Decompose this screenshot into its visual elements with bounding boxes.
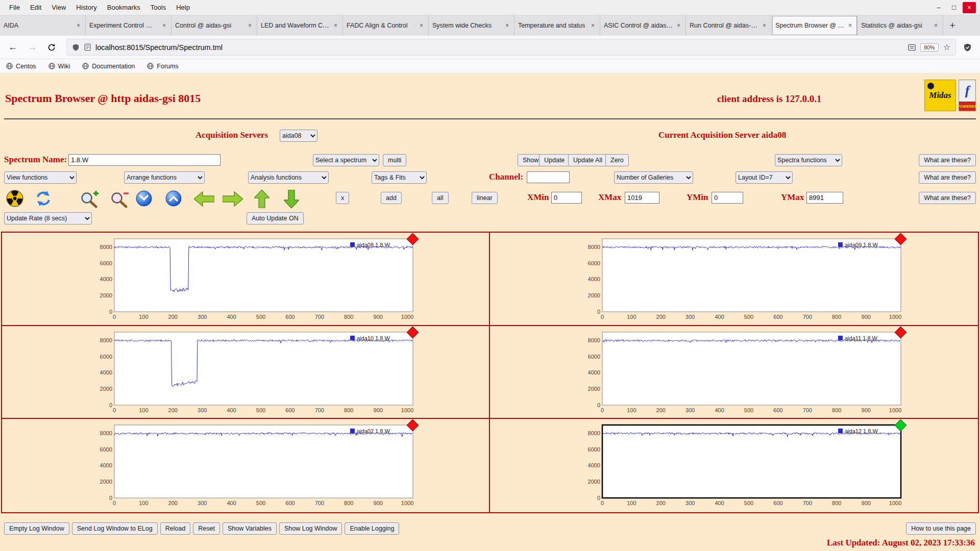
zoom-in-icon[interactable] (79, 190, 100, 208)
multi-button[interactable]: multi (383, 154, 406, 166)
menu-help[interactable]: Help (171, 2, 195, 13)
layout-dropdown[interactable]: Layout ID=7 (736, 171, 793, 184)
menu-history[interactable]: History (71, 2, 102, 13)
spectrum-panel-1[interactable]: 0200040006000800001002003004005006007008… (2, 233, 490, 326)
bookmark-item[interactable]: Forums (147, 63, 178, 70)
shield-icon[interactable] (72, 43, 80, 52)
analysis-functions-dropdown[interactable]: Analysis functions (248, 171, 329, 184)
channel-input[interactable] (527, 171, 570, 183)
ymin-input[interactable] (712, 192, 743, 204)
pan-right-icon[interactable] (223, 191, 243, 207)
tab[interactable]: Statistics @ aidas-gsi× (857, 15, 943, 36)
zero-button[interactable]: Zero (605, 154, 629, 166)
show-variables-button[interactable]: Show Variables (223, 522, 277, 535)
spectrum-panel-5[interactable]: 0200040006000800001002003004005006007008… (2, 419, 490, 512)
galleries-dropdown[interactable]: Number of Galleries (614, 171, 693, 184)
reset-button[interactable]: Reset (193, 522, 220, 535)
url-text[interactable]: localhost:8015/Spectrum/Spectrum.tml (95, 43, 903, 52)
spectrum-panel-2[interactable]: 0200040006000800001002003004005006007008… (490, 233, 978, 326)
radiation-icon[interactable] (6, 190, 23, 207)
tab[interactable]: Control @ aidas-gsi× (172, 15, 257, 36)
tab[interactable]: System wide Checks× (429, 15, 514, 36)
tab[interactable]: FADC Align & Control× (343, 15, 429, 36)
close-icon[interactable]: × (963, 2, 976, 13)
how-to-use-button[interactable]: How to use this page (906, 522, 976, 535)
reload-icon[interactable] (44, 40, 59, 55)
tab-close-icon[interactable]: × (75, 21, 82, 30)
tab-close-icon[interactable]: × (761, 21, 768, 30)
spectrum-plot[interactable]: 0200040006000800001002003004005006007008… (584, 423, 904, 507)
refresh-icon[interactable] (35, 190, 52, 207)
ymax-input[interactable] (806, 192, 843, 204)
empty-log-window-button[interactable]: Empty Log Window (4, 522, 69, 535)
tab-close-icon[interactable]: × (161, 21, 167, 30)
y-compress-icon[interactable] (135, 190, 153, 207)
show-log-window-button[interactable]: Show Log Window (279, 522, 342, 535)
zoom-out-icon[interactable] (109, 190, 130, 208)
spectrum-plot[interactable]: 0200040006000800001002003004005006007008… (96, 237, 416, 321)
menu-tools[interactable]: Tools (145, 2, 171, 13)
extension-shield-icon[interactable] (963, 43, 972, 52)
spectrum-plot[interactable]: 0200040006000800001002003004005006007008… (584, 331, 904, 414)
reader-view-icon[interactable] (908, 44, 916, 51)
minimize-icon[interactable]: – (932, 2, 945, 13)
what-are-these-button-2[interactable]: What are these? (919, 171, 976, 184)
tab[interactable]: AIDA× (0, 15, 86, 36)
tab-close-icon[interactable]: × (933, 21, 939, 30)
tags-fits-dropdown[interactable]: Tags & Fits (372, 171, 427, 184)
tab[interactable]: Temperature and status× (514, 15, 600, 36)
enable-logging-button[interactable]: Enable Logging (345, 522, 399, 535)
spectrum-name-input[interactable] (68, 154, 220, 166)
arrange-functions-dropdown[interactable]: Arrange functions (124, 171, 205, 184)
spectra-functions-dropdown[interactable]: Spectra functions (775, 154, 842, 166)
back-icon[interactable]: ← (5, 40, 20, 55)
pan-left-icon[interactable] (194, 191, 214, 207)
bookmark-item[interactable]: Wiki (48, 63, 70, 70)
what-are-these-button-1[interactable]: What are these? (919, 154, 976, 166)
spectrum-panel-4[interactable]: 0200040006000800001002003004005006007008… (490, 326, 978, 419)
menu-bookmarks[interactable]: Bookmarks (102, 2, 145, 13)
menu-file[interactable]: File (4, 2, 25, 13)
zoom-level-badge[interactable]: 90% (920, 43, 939, 52)
update-button[interactable]: Update (539, 154, 570, 166)
spectrum-plot[interactable]: 0200040006000800001002003004005006007008… (584, 237, 904, 321)
forward-icon[interactable]: → (24, 40, 40, 55)
bookmark-item[interactable]: Centos (6, 63, 36, 70)
all-button[interactable]: all (432, 192, 449, 204)
spectrum-plot[interactable]: 0200040006000800001002003004005006007008… (96, 423, 416, 507)
tab-close-icon[interactable]: × (247, 21, 253, 30)
tab-close-icon[interactable]: × (590, 21, 596, 30)
xmin-input[interactable] (551, 192, 582, 204)
view-functions-dropdown[interactable]: View functions (4, 171, 77, 184)
reload-button[interactable]: Reload (160, 522, 191, 535)
xmax-input[interactable] (625, 192, 659, 204)
tab-close-icon[interactable]: × (847, 21, 853, 30)
update-all-button[interactable]: Update All (568, 154, 607, 166)
tab-close-icon[interactable]: × (504, 21, 510, 30)
scale-up-icon[interactable] (254, 190, 270, 208)
site-info-icon[interactable] (84, 43, 91, 51)
tab[interactable]: Experiment Control @ aidas-gsi× (86, 15, 172, 36)
spectrum-plot[interactable]: 0200040006000800001002003004005006007008… (96, 331, 416, 414)
spectrum-panel-6[interactable]: 0200040006000800001002003004005006007008… (490, 419, 978, 512)
linear-button[interactable]: linear (472, 192, 498, 204)
bookmark-star-icon[interactable]: ☆ (943, 42, 950, 52)
tab-close-icon[interactable]: × (675, 21, 682, 30)
select-spectrum-dropdown[interactable]: Select a spectrum (313, 154, 379, 166)
menu-edit[interactable]: Edit (25, 2, 46, 13)
tab-active[interactable]: Spectrum Browser @ aidas-gsi× (772, 15, 857, 36)
bookmark-item[interactable]: Documentation (82, 63, 135, 70)
what-are-these-button-3[interactable]: What are these? (919, 192, 976, 204)
new-tab-button[interactable]: + (943, 15, 962, 36)
tab-close-icon[interactable]: × (332, 21, 339, 30)
y-expand-icon[interactable] (165, 190, 182, 207)
tab-close-icon[interactable]: × (418, 21, 425, 30)
tab[interactable]: LED and Waveform Control× (257, 15, 343, 36)
x-button[interactable]: x (336, 192, 349, 204)
acquisition-server-select[interactable]: aida08 (280, 130, 317, 142)
send-log-window-to-elog-button[interactable]: Send Log Window to ELog (72, 522, 158, 535)
scale-down-icon[interactable] (284, 190, 299, 208)
menu-view[interactable]: View (46, 2, 71, 13)
tab[interactable]: Run Control @ aidas-gsi× (686, 15, 772, 36)
update-rate-dropdown[interactable]: Update Rate (8 secs) (4, 212, 92, 224)
